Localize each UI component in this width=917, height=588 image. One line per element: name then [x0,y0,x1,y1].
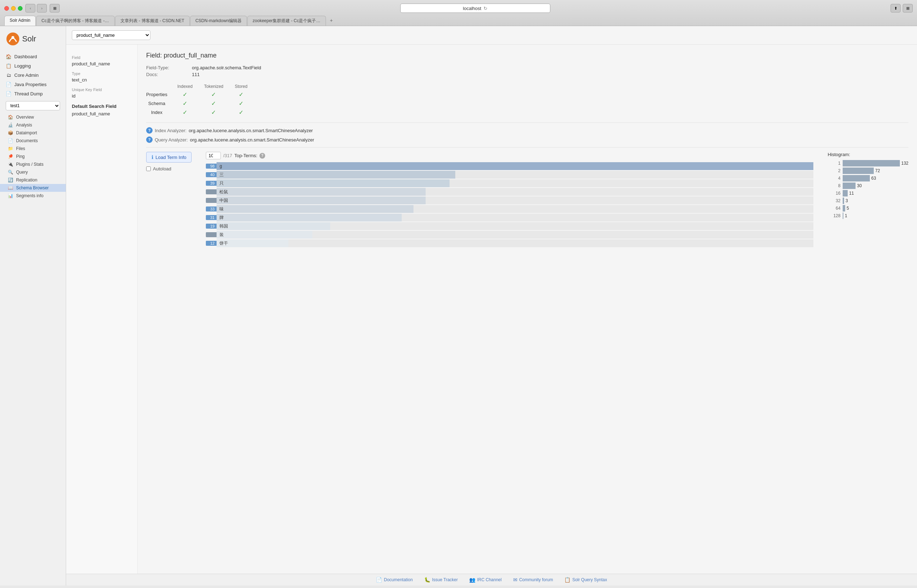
sidebar-sub-label: Query [16,170,28,175]
sidebar-item-thread-dump[interactable]: 📄 Thread Dump [0,89,66,98]
sidebar-sub-item-plugins-stats[interactable]: 🔌 Plugins / Stats [0,160,66,168]
index-analyzer-help-icon[interactable]: ? [146,127,153,134]
term-text: 三 [217,172,226,178]
sidebar-sub-item-schema-browser[interactable]: 📖 Schema Browser [0,184,66,192]
share-button[interactable]: ⬆ [891,4,901,13]
term-count: 12 [206,241,217,246]
hist-bar-wrap: 11 [843,190,854,197]
unique-key-value: id [72,93,131,99]
load-term-info-button[interactable]: ℹ Load Term Info [146,152,192,163]
term-text: g [217,164,225,169]
sidebar-sub-item-segments-info[interactable]: 📊 Segments info [0,192,66,200]
solr-logo-text: Solr [22,34,36,44]
left-meta-panel: Field product_full_name Type text_cn Uni… [66,45,137,574]
community-forum-icon: ✉ [513,577,518,583]
field-type-value: org.apache.solr.schema.TextField [192,65,909,70]
sidebar-sub-item-analysis[interactable]: 🔬 Analysis [0,121,66,129]
core-selector: test1 [6,101,60,110]
footer-issue-tracker-label: Issue Tracker [432,577,458,582]
terms-count-input[interactable] [206,152,221,159]
term-text: 中国 [217,197,231,204]
hist-label: 32 [828,198,841,203]
term-count [206,189,217,194]
back-button[interactable]: ‹ [25,4,36,13]
term-text: 只 [217,180,226,186]
browser-chrome: ‹ › ⊞ localhost ↻ ⬆ ⊞ Solr Admin Cc是个疯子啊… [0,0,917,26]
sidebar-item-label: Dashboard [14,54,37,59]
hist-value: 72 [875,168,880,173]
footer-community-forum-link[interactable]: ✉ Community forum [513,577,553,583]
sidebar-item-label: Core Admin [14,73,39,78]
tab-csdn-2[interactable]: 文章列表 - 博客频道 - CSDN.NET [115,16,190,26]
hist-value: 5 [847,206,849,211]
sidebar-item-dashboard[interactable]: 🏠 Dashboard [0,52,66,61]
check-tokenized-schema: ✓ [211,100,216,107]
hist-value: 3 [846,198,848,203]
histogram-row: 8 30 [828,183,909,189]
sidebar-sub-item-overview[interactable]: 🏠 Overview [0,113,66,121]
browser-tabs: Solr Admin Cc是个疯子啊的博客 - 博客频道 - CSDN... 文… [4,16,913,26]
top-terms-help-icon[interactable]: ? [259,153,265,158]
term-info-section: ℹ Load Term Info Autoload [146,152,909,248]
field-type-label: Field-Type: [146,65,189,70]
flags-row-properties: Properties ✓ ✓ ✓ [146,90,253,99]
query-analyzer-help-icon[interactable]: ? [146,136,153,143]
footer-irc-channel-link[interactable]: 👥 IRC Channel [469,577,502,583]
term-bar: 牌 [217,213,813,221]
sidebar-item-core-admin[interactable]: 🗂 Core Admin [0,70,66,80]
fullscreen-window-button[interactable] [18,6,23,11]
sidebar-sub-item-files[interactable]: 📁 Files [0,145,66,153]
sidebar-sub-item-replication[interactable]: 🔄 Replication [0,176,66,184]
hist-bar [843,205,845,212]
tab-zookeeper[interactable]: zookeeper集群搭建 - Cc是个疯子啊的... [247,16,326,26]
minimize-window-button[interactable] [11,6,16,11]
hist-label: 2 [828,168,841,173]
hist-value: 132 [901,161,909,166]
tab-csdn-markdown[interactable]: CSDN-markdown编辑器 [190,16,247,26]
tab-solr-admin[interactable]: Solr Admin [4,16,36,26]
flags-col-tokenized: Tokenized [198,83,229,90]
sidebar-item-logging[interactable]: 📋 Logging [0,61,66,70]
default-search-value: product_full_name [72,111,131,116]
query-analyzer-label: Query Analyzer: [155,137,188,142]
sidebar-sub-item-ping[interactable]: 🏓 Ping [0,153,66,160]
term-row: 19 韩国 [206,222,813,230]
check-indexed-index: ✓ [183,109,187,115]
hist-bar-wrap: 63 [843,175,876,181]
sidebar-sub-item-documents[interactable]: 📄 Documents [0,137,66,145]
ping-icon: 🏓 [8,154,13,159]
term-row: 装 [206,231,813,239]
info-icon: ℹ [152,154,153,160]
hist-bar [843,197,844,204]
term-count [206,198,217,203]
forward-button[interactable]: › [37,4,47,13]
autoload-checkbox[interactable] [146,166,151,171]
hist-value: 30 [857,183,862,188]
footer-solr-query-syntax-link[interactable]: 📋 Solr Query Syntax [564,577,607,583]
core-select-dropdown[interactable]: test1 [6,101,60,110]
sidebar-sub-item-query[interactable]: 🔍 Query [0,168,66,176]
hist-label: 1 [828,161,841,166]
address-bar[interactable]: localhost ↻ [400,3,550,13]
footer-documentation-link[interactable]: 📄 Documentation [376,577,413,583]
flags-row-label: Schema [146,99,171,108]
check-stored-schema: ✓ [239,100,243,107]
field-select-dropdown[interactable]: product_full_name [72,31,150,40]
tab-overview-button[interactable]: ⊞ [50,4,60,13]
hist-label: 16 [828,191,841,196]
add-tab-button[interactable]: + [326,16,336,26]
footer-issue-tracker-link[interactable]: 🐛 Issue Tracker [424,577,458,583]
segments-icon: 📊 [8,193,13,198]
right-content-panel: Field: product_full_name Field-Type: org… [137,45,917,574]
main-panel: product_full_name Field product_full_nam… [66,26,917,585]
new-tab-button[interactable]: ⊞ [903,4,913,13]
sidebar-sub-item-dataimport[interactable]: 📦 Dataimport [0,129,66,137]
tab-csdn-1[interactable]: Cc是个疯子啊的博客 - 博客频道 - CSDN... [36,16,115,26]
flags-table: Indexed Tokenized Stored Properties ✓ ✓ [146,83,253,117]
sidebar-sub-label: Segments info [16,193,44,198]
unique-key-label: Unique Key Field [72,87,131,92]
sidebar-item-java-properties[interactable]: 📄 Java Properties [0,80,66,89]
close-window-button[interactable] [4,6,9,11]
reload-icon[interactable]: ↻ [484,6,487,11]
dataimport-icon: 📦 [8,130,13,136]
